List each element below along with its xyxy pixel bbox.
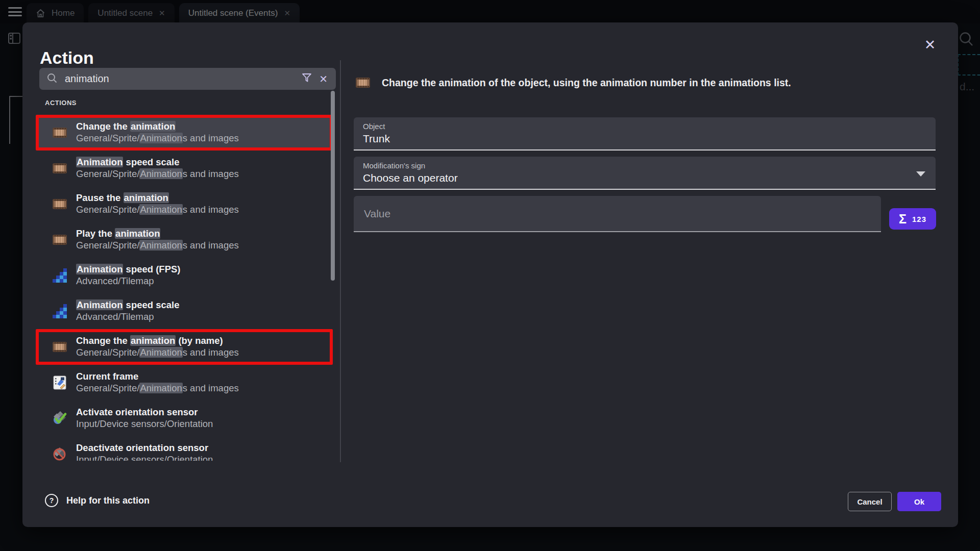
value-field[interactable]: [354, 196, 881, 232]
action-description: Change the animation of the object, usin…: [382, 77, 791, 89]
action-list-item[interactable]: Current frameGeneral/Sprite/Animations a…: [36, 365, 333, 400]
item-subtitle: Advanced/Tilemap: [76, 311, 180, 323]
item-text: Animation speed (FPS)Advanced/Tilemap: [76, 264, 181, 287]
expression-builder-button[interactable]: Σ 123: [889, 208, 936, 230]
item-title: Play the animation: [76, 228, 239, 240]
operator-field-label: Modification's sign: [363, 161, 926, 170]
sprite-frame-icon: [52, 375, 67, 390]
item-text: Animation speed scaleGeneral/Sprite/Anim…: [76, 157, 239, 180]
item-title: Change the animation: [76, 121, 239, 133]
action-list-item[interactable]: Animation speed scaleAdvanced/Tilemap: [36, 293, 333, 329]
action-list-items: Change the animationGeneral/Sprite/Anima…: [36, 115, 333, 461]
action-description-row: Change the animation of the object, usin…: [355, 76, 791, 90]
item-subtitle: Input/Device sensors/Orientation: [76, 454, 213, 461]
app-window: HomeUntitled scene✕Untitled scene (Event…: [0, 0, 980, 551]
value-input[interactable]: [363, 207, 872, 220]
action-list-item[interactable]: Animation speed (FPS)Advanced/Tilemap: [36, 258, 333, 293]
item-text: Animation speed scaleAdvanced/Tilemap: [76, 299, 180, 322]
object-field-value: Trunk: [363, 133, 926, 145]
expression-123-label: 123: [912, 215, 926, 223]
item-title: Animation speed scale: [76, 157, 239, 168]
sprite-animation-icon: [52, 233, 67, 247]
sprite-animation-icon: [52, 197, 67, 211]
action-list-item[interactable]: Animation speed scaleGeneral/Sprite/Anim…: [36, 151, 333, 186]
action-list-item[interactable]: Change the animationGeneral/Sprite/Anima…: [36, 115, 333, 151]
dialog-title: Action: [40, 48, 94, 68]
search-box: ✕: [39, 68, 336, 90]
operator-select[interactable]: Modification's sign Choose an operator: [354, 157, 936, 190]
item-text: Play the animationGeneral/Sprite/Animati…: [76, 228, 239, 251]
list-scrollbar[interactable]: [331, 91, 335, 281]
operator-field-value: Choose an operator: [363, 172, 926, 184]
action-list-item[interactable]: Play the animationGeneral/Sprite/Animati…: [36, 222, 333, 258]
sensor-deactivate-icon: [52, 447, 67, 461]
sigma-icon: Σ: [899, 212, 906, 227]
help-label: Help for this action: [66, 495, 150, 506]
clear-search-icon[interactable]: ✕: [318, 73, 329, 85]
filter-icon[interactable]: [302, 73, 312, 85]
item-subtitle: Advanced/Tilemap: [76, 276, 181, 287]
item-text: Change the animationGeneral/Sprite/Anima…: [76, 121, 239, 144]
object-field[interactable]: Object Trunk: [354, 117, 936, 151]
item-subtitle: General/Sprite/Animations and images: [76, 347, 239, 359]
ok-button[interactable]: Ok: [897, 492, 941, 511]
item-title: Deactivate orientation sensor: [76, 442, 213, 454]
close-icon[interactable]: ✕: [921, 36, 939, 54]
help-circle-icon: ?: [45, 494, 58, 507]
item-text: Pause the animationGeneral/Sprite/Animat…: [76, 192, 239, 215]
item-text: Change the animation (by name)General/Sp…: [76, 335, 239, 358]
help-link[interactable]: ? Help for this action: [45, 494, 150, 507]
item-subtitle: General/Sprite/Animations and images: [76, 240, 239, 252]
tilemap-icon: [52, 268, 67, 283]
search-input[interactable]: [64, 72, 296, 85]
sprite-animation-icon: [52, 161, 67, 176]
sprite-animation-icon: [355, 76, 371, 90]
chevron-down-icon: [916, 171, 925, 177]
search-icon: [46, 72, 58, 86]
item-text: Activate orientation sensorInput/Device …: [76, 407, 213, 430]
item-text: Current frameGeneral/Sprite/Animations a…: [76, 371, 239, 394]
item-subtitle: General/Sprite/Animations and images: [76, 133, 239, 144]
actions-section-label: ACTIONS: [45, 99, 77, 107]
cancel-button[interactable]: Cancel: [848, 492, 892, 511]
action-list-item[interactable]: Activate orientation sensorInput/Device …: [36, 400, 333, 436]
action-dialog: Action ✕ ✕ ACTIONS Change the animationG…: [22, 22, 958, 527]
item-text: Deactivate orientation sensorInput/Devic…: [76, 442, 213, 461]
item-title: Animation speed (FPS): [76, 264, 181, 276]
item-subtitle: General/Sprite/Animations and images: [76, 168, 239, 180]
action-list-item[interactable]: Pause the animationGeneral/Sprite/Animat…: [36, 186, 333, 222]
item-title: Current frame: [76, 371, 239, 383]
sprite-animation-icon: [52, 126, 67, 140]
item-title: Change the animation (by name): [76, 335, 239, 347]
sprite-animation-icon: [52, 340, 67, 354]
item-title: Animation speed scale: [76, 299, 180, 311]
item-title: Pause the animation: [76, 192, 239, 204]
tilemap-icon: [52, 304, 67, 318]
object-field-label: Object: [363, 122, 926, 131]
item-subtitle: Input/Device sensors/Orientation: [76, 418, 213, 430]
item-title: Activate orientation sensor: [76, 407, 213, 418]
sensor-activate-icon: [52, 411, 67, 425]
action-list-item[interactable]: Deactivate orientation sensorInput/Devic…: [36, 436, 333, 461]
panel-divider: [340, 60, 341, 462]
item-subtitle: General/Sprite/Animations and images: [76, 204, 239, 216]
action-list-item[interactable]: Change the animation (by name)General/Sp…: [36, 329, 333, 365]
item-subtitle: General/Sprite/Animations and images: [76, 383, 239, 394]
